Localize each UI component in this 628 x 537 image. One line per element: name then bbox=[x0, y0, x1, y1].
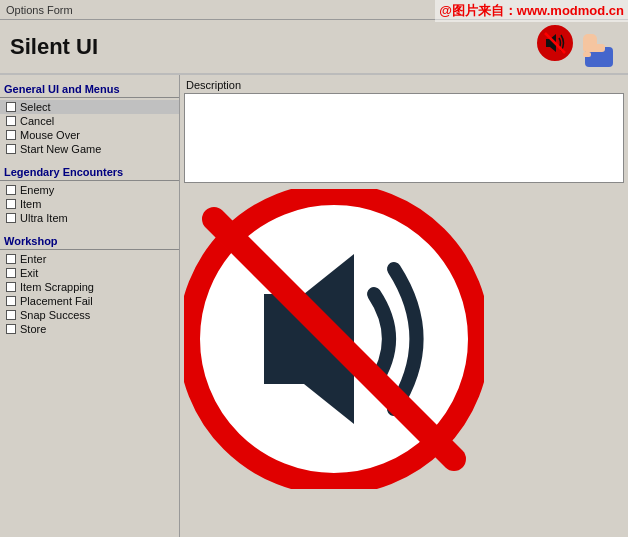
sidebar-item-label: Snap Success bbox=[20, 309, 90, 321]
sidebar-section-legendary: Legendary Encounters bbox=[0, 162, 179, 181]
svg-rect-4 bbox=[583, 44, 605, 52]
checkbox-store[interactable] bbox=[6, 324, 16, 334]
mute-icon-svg bbox=[542, 30, 568, 56]
description-box bbox=[184, 93, 624, 183]
sidebar-item-item[interactable]: Item bbox=[0, 197, 179, 211]
main-layout: General UI and Menus Select Cancel Mouse… bbox=[0, 75, 628, 537]
sidebar-item-start-new-game[interactable]: Start New Game bbox=[0, 142, 179, 156]
sidebar-item-label: Select bbox=[20, 101, 51, 113]
checkbox-snap-success[interactable] bbox=[6, 310, 16, 320]
title-bar: Silent UI bbox=[0, 20, 628, 75]
sidebar-item-mouse-over[interactable]: Mouse Over bbox=[0, 128, 179, 142]
sidebar-item-snap-success[interactable]: Snap Success bbox=[0, 308, 179, 322]
sidebar-section-workshop: Workshop bbox=[0, 231, 179, 250]
content-area: Description bbox=[180, 75, 628, 537]
sidebar-item-label: Start New Game bbox=[20, 143, 101, 155]
checkbox-mouse-over[interactable] bbox=[6, 130, 16, 140]
no-audio-image-container bbox=[184, 189, 624, 533]
sidebar-item-label: Mouse Over bbox=[20, 129, 80, 141]
sidebar-item-ultra-item[interactable]: Ultra Item bbox=[0, 211, 179, 225]
watermark: @图片来自：www.modmod.cn bbox=[435, 0, 628, 22]
checkbox-start-new-game[interactable] bbox=[6, 144, 16, 154]
checkbox-cancel[interactable] bbox=[6, 116, 16, 126]
sidebar-item-exit[interactable]: Exit bbox=[0, 266, 179, 280]
svg-rect-5 bbox=[583, 52, 591, 57]
checkbox-item-scrapping[interactable] bbox=[6, 282, 16, 292]
sidebar-item-label: Enter bbox=[20, 253, 46, 265]
checkbox-placement-fail[interactable] bbox=[6, 296, 16, 306]
thumbs-up-icon bbox=[575, 22, 623, 72]
sidebar-item-label: Store bbox=[20, 323, 46, 335]
checkbox-exit[interactable] bbox=[6, 268, 16, 278]
sidebar-item-placement-fail[interactable]: Placement Fail bbox=[0, 294, 179, 308]
top-bar-label: Options Form bbox=[6, 4, 73, 16]
sidebar-item-select[interactable]: Select bbox=[0, 100, 179, 114]
sidebar-item-label: Item bbox=[20, 198, 41, 210]
checkbox-item[interactable] bbox=[6, 199, 16, 209]
sidebar-item-label: Exit bbox=[20, 267, 38, 279]
checkbox-enemy[interactable] bbox=[6, 185, 16, 195]
checkbox-ultra-item[interactable] bbox=[6, 213, 16, 223]
sidebar: General UI and Menus Select Cancel Mouse… bbox=[0, 75, 180, 537]
sidebar-item-label: Item Scrapping bbox=[20, 281, 94, 293]
sidebar-item-cancel[interactable]: Cancel bbox=[0, 114, 179, 128]
sidebar-item-label: Ultra Item bbox=[20, 212, 68, 224]
description-label: Description bbox=[184, 79, 624, 91]
sidebar-item-enter[interactable]: Enter bbox=[0, 252, 179, 266]
sidebar-item-enemy[interactable]: Enemy bbox=[0, 183, 179, 197]
sidebar-item-label: Enemy bbox=[20, 184, 54, 196]
mute-sound-icon[interactable] bbox=[537, 25, 573, 61]
sidebar-item-label: Cancel bbox=[20, 115, 54, 127]
sidebar-item-label: Placement Fail bbox=[20, 295, 93, 307]
sidebar-item-item-scrapping[interactable]: Item Scrapping bbox=[0, 280, 179, 294]
sound-icon-container[interactable] bbox=[537, 25, 573, 61]
thumbs-svg bbox=[575, 22, 623, 72]
sidebar-section-general: General UI and Menus bbox=[0, 79, 179, 98]
checkbox-enter[interactable] bbox=[6, 254, 16, 264]
no-audio-svg bbox=[184, 189, 484, 489]
checkbox-select[interactable] bbox=[6, 102, 16, 112]
sidebar-item-store[interactable]: Store bbox=[0, 322, 179, 336]
page-title: Silent UI bbox=[10, 34, 98, 60]
